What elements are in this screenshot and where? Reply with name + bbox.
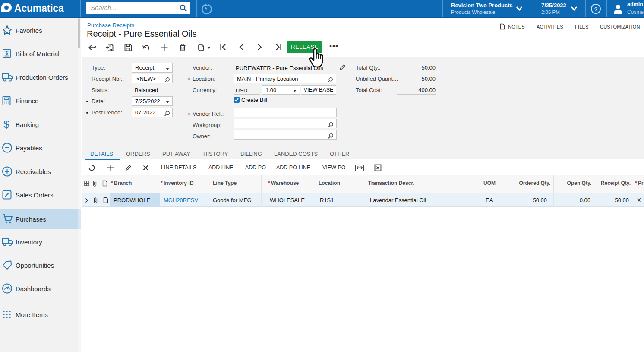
svg-text:$: $: [6, 51, 8, 56]
svg-text:$: $: [3, 119, 9, 130]
svg-text:?: ?: [594, 6, 598, 13]
